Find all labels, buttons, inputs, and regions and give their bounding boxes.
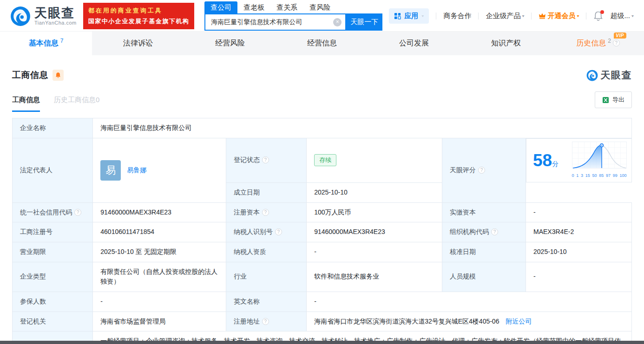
notification-dot [600, 10, 604, 14]
tab-intellectual-property[interactable]: 知识产权 [460, 32, 552, 55]
chevron-down-icon: ▾ [522, 14, 524, 18]
brand-domain: TianYanCha.com [34, 20, 77, 26]
org-code-label: 组织机构代码? [442, 222, 526, 242]
score-cell[interactable]: 58分 [526, 138, 631, 183]
tab-operation-risk[interactable]: 经营风险 [184, 32, 276, 55]
tab-history-info[interactable]: 历史信息 2 ? VIP [552, 32, 644, 55]
apps-menu[interactable]: 应用 ▾ [389, 8, 429, 24]
nearby-companies-link[interactable]: 附近公司 [506, 318, 532, 325]
tab-basic-info[interactable]: 基本信息 7 [0, 32, 92, 55]
search-tab-risk[interactable]: 查风险 [303, 1, 336, 13]
reg-number-value: 460106011471854 [93, 222, 226, 242]
label-text: 注册资本 [234, 208, 260, 216]
avatar[interactable]: 易 [100, 160, 121, 181]
header-nav: 应用 ▾ 商务合作 企业级产品 ▾ 开通会员 ▾ 超级.. [389, 8, 634, 24]
legal-rep-link[interactable]: 易鲁娜 [127, 165, 146, 175]
tab-operation-info[interactable]: 经营信息 [276, 32, 368, 55]
business-term-value: 2025-10-10 至 无固定期限 [93, 242, 226, 262]
table-row: 参保人数 - 英文名称 - [13, 292, 632, 312]
search-tab-boss[interactable]: 查老板 [237, 1, 270, 13]
tianyancha-logo[interactable]: 天眼查 TianYanCha.com [10, 6, 77, 26]
reg-number-label: 工商注册号 [13, 222, 93, 242]
search-tab-company[interactable]: 查公司 [204, 1, 237, 13]
subscribe-bell-button[interactable] [53, 70, 64, 81]
slogan-line2: 国家中小企业发展子基金旗下机构 [88, 16, 190, 26]
paid-capital-label: 实缴资本 [442, 202, 526, 222]
main-content: 工商信息 天眼查 工商信息 历史工商信息0 导出 [0, 69, 644, 344]
help-icon[interactable]: ? [74, 209, 81, 216]
divider [531, 13, 532, 19]
taxpayer-quality-value: - [307, 242, 442, 262]
score-distribution-chart: 0131550859799100 [572, 142, 627, 180]
table-row: 统一社会信用代码? 91460000MAEX3R4E23 注册资本? 100万人… [13, 202, 632, 222]
search-module: 查公司 查老板 查关系 查风险 × 天眼一下 [204, 1, 382, 31]
table-row: 企业类型 有限责任公司（自然人投资或控股的法人独资） 行业 软件和信息技术服务业… [13, 262, 632, 292]
help-icon[interactable]: ? [275, 228, 282, 235]
subtab-history-business-info[interactable]: 历史工商信息0 [54, 96, 99, 112]
notification-bell-icon[interactable] [593, 11, 603, 21]
establish-date-value: 2025-10-10 [307, 182, 442, 202]
company-name-label: 企业名称 [13, 118, 93, 138]
grid-apps-icon [394, 13, 401, 19]
export-label: 导出 [612, 96, 624, 104]
top-header: 天眼查 TianYanCha.com 都在用的商业查询工具 国家中小企业发展子基… [0, 0, 644, 31]
address-text: 海南省海口市龙华区滨海街道滨海大道32号复兴城E区4楼405-06 [314, 318, 499, 325]
search-button[interactable]: 天眼一下 [346, 13, 382, 31]
help-icon[interactable]: ? [491, 228, 498, 235]
label-text: 登记状态 [234, 156, 260, 163]
establish-date-label: 成立日期 [226, 182, 306, 202]
section-title: 工商信息 [12, 69, 48, 81]
tab-label: 知识产权 [491, 39, 521, 48]
slogan-banner: 都在用的商业查询工具 国家中小企业发展子基金旗下机构 [83, 3, 195, 29]
score-number: 58 [533, 151, 552, 170]
excel-icon [602, 97, 609, 104]
export-button[interactable]: 导出 [595, 91, 632, 108]
help-icon[interactable]: ? [262, 209, 269, 216]
tab-label: 历史信息 [576, 39, 606, 48]
open-vip-button[interactable]: 开通会员 ▾ [539, 12, 579, 20]
org-code-value: MAEX3R4E-2 [526, 222, 632, 242]
nav-enterprise-products[interactable]: 企业级产品 ▾ [486, 12, 524, 20]
section-header: 工商信息 天眼查 [12, 69, 632, 82]
search-tabs: 查公司 查老板 查关系 查风险 [204, 1, 382, 13]
tab-label: 基本信息 [29, 39, 59, 48]
approval-date-label: 核准日期 [442, 242, 526, 262]
enterprise-label: 企业级产品 [486, 12, 520, 20]
industry-label: 行业 [226, 262, 306, 292]
user-account-menu[interactable]: 超级... ▾ [610, 12, 634, 20]
tab-label: 法律诉讼 [123, 39, 153, 48]
chevron-down-icon: ▾ [577, 14, 579, 18]
label-text: 天眼评分 [450, 166, 476, 174]
help-icon[interactable]: ? [478, 167, 485, 174]
tab-company-development[interactable]: 公司发展 [368, 32, 460, 55]
reg-authority-value: 海南省市场监督管理局 [93, 312, 226, 331]
swirl-logo-icon [10, 6, 31, 26]
reg-authority-label: 登记机关 [13, 312, 93, 331]
insured-count-label: 参保人数 [13, 292, 93, 312]
search-box: × [204, 13, 346, 31]
subtab-business-info[interactable]: 工商信息 [12, 96, 40, 112]
table-row: 工商注册号 460106011471854 纳税人识别号? 91460000MA… [13, 222, 632, 242]
tab-count: 2 [608, 38, 611, 44]
tab-count: 7 [60, 38, 64, 44]
subtab-row: 工商信息 历史工商信息0 导出 [12, 91, 632, 112]
username-label: 超级... [610, 12, 630, 20]
search-input[interactable] [211, 19, 333, 26]
label-text: 注册地址 [234, 318, 260, 325]
bell-icon [55, 72, 61, 78]
help-icon[interactable]: ? [262, 318, 269, 325]
taxpayer-id-label: 纳税人识别号? [226, 222, 306, 242]
score-label: 天眼评分? [442, 138, 526, 202]
nav-business-coop[interactable]: 商务合作 [443, 12, 471, 20]
help-icon[interactable]: ? [262, 156, 269, 163]
chevron-down-icon: ▾ [631, 14, 634, 18]
divider [478, 13, 479, 19]
label-text: 组织机构代码 [450, 228, 489, 235]
tab-legal-litigation[interactable]: 法律诉讼 [92, 32, 184, 55]
search-tab-relation[interactable]: 查关系 [270, 1, 303, 13]
address-label: 注册地址? [226, 312, 306, 331]
watermark-text: 天眼查 [601, 69, 632, 82]
brand-name: 天眼查 [34, 6, 77, 19]
clear-search-icon[interactable]: × [333, 18, 342, 26]
help-icon[interactable]: ? [613, 39, 620, 46]
